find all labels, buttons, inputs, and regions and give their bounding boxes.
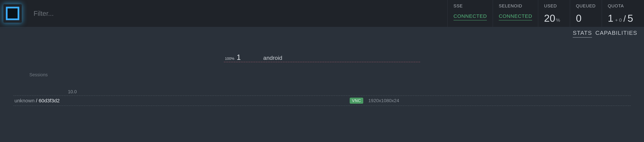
topbar: SSE CONNECTED SELENOID CONNECTED USED 20… <box>0 0 644 27</box>
app-logo[interactable] <box>3 4 22 23</box>
tab-stats[interactable]: STATS <box>573 30 592 38</box>
browser-name: android <box>263 55 282 61</box>
status-used-value: 20% <box>544 13 564 23</box>
status-used: USED 20% <box>538 0 570 27</box>
status-group: SSE CONNECTED SELENOID CONNECTED USED 20… <box>448 0 639 27</box>
vnc-badge[interactable]: VNC <box>350 98 364 104</box>
session-id: 60d3f3d2 <box>38 98 60 103</box>
browser-percent: 100% <box>225 56 234 61</box>
session-resolution: 1920x1080x24 <box>368 98 399 103</box>
session-row[interactable]: unknown / 60d3f3d2 VNC 1920x1080x24 <box>14 95 630 105</box>
status-selenoid-value: CONNECTED <box>499 13 532 21</box>
status-used-label: USED <box>544 3 564 9</box>
session-separator: / <box>36 98 37 103</box>
sessions-version: 10.0 <box>68 89 630 94</box>
sessions-section: Sessions 10.0 unknown / 60d3f3d2 VNC 192… <box>14 72 630 106</box>
status-selenoid: SELENOID CONNECTED <box>493 0 538 27</box>
sessions-heading: Sessions <box>29 72 630 77</box>
session-name: unknown <box>14 98 34 103</box>
status-queued: QUEUED 0 <box>570 0 602 27</box>
status-quota: QUOTA 1 + 0 / 5 <box>602 0 639 27</box>
browser-usage-bar: 100% 1 android <box>224 53 420 62</box>
status-sse-label: SSE <box>454 3 487 9</box>
tabs: STATS CAPABILITIES <box>0 27 644 38</box>
logo-square-icon <box>6 7 19 20</box>
status-quota-value: 1 + 0 / 5 <box>608 13 633 24</box>
status-queued-value: 0 <box>576 13 596 23</box>
tab-capabilities[interactable]: CAPABILITIES <box>595 30 637 38</box>
browser-count: 1 <box>237 53 241 62</box>
status-queued-label: QUEUED <box>576 3 596 9</box>
sessions-list: unknown / 60d3f3d2 VNC 1920x1080x24 <box>14 95 630 106</box>
filter-input[interactable] <box>34 0 448 27</box>
status-sse-value: CONNECTED <box>454 13 487 21</box>
status-quota-label: QUOTA <box>608 3 633 9</box>
status-sse: SSE CONNECTED <box>448 0 493 27</box>
status-selenoid-label: SELENOID <box>499 3 532 9</box>
